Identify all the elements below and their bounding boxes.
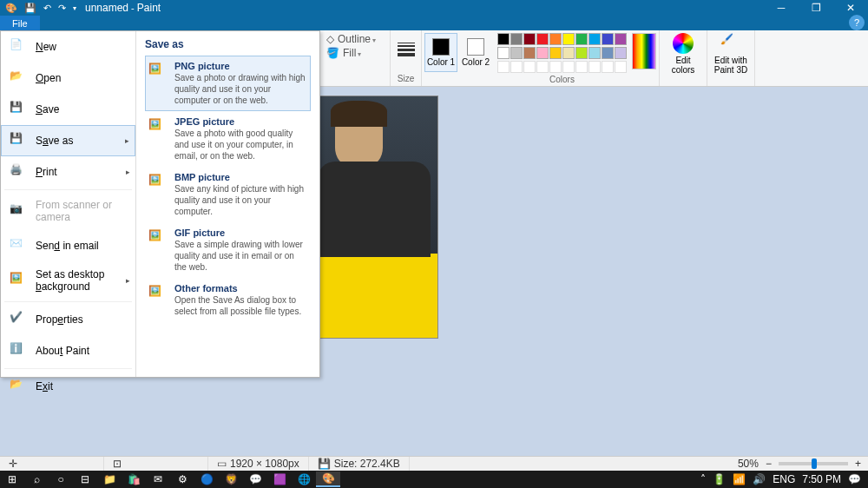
color-swatch[interactable]: [615, 47, 627, 59]
filemenu-open[interactable]: 📂Open: [1, 63, 135, 94]
color-swatch[interactable]: [510, 33, 523, 45]
volume-icon[interactable]: 🔊: [753, 473, 766, 485]
brave-icon[interactable]: 🦁: [219, 471, 243, 488]
discord-icon[interactable]: 💬: [243, 471, 267, 488]
custom-swatch[interactable]: [523, 61, 536, 73]
clock[interactable]: 7:50 PM: [802, 473, 841, 485]
color-swatch[interactable]: [523, 47, 536, 59]
filemenu-save-as[interactable]: 💾Save as▸: [1, 125, 135, 156]
window-title: unnamed - Paint: [85, 2, 161, 14]
titlebar: 🎨 💾 ↶ ↷ ▾ unnamed - Paint ─ ❐ ✕: [0, 0, 868, 16]
custom-swatch[interactable]: [510, 61, 523, 73]
filemenu-set-as-desktop-background[interactable]: 🖼️Set as desktop background▸: [1, 261, 135, 300]
wifi-icon[interactable]: 📶: [733, 473, 746, 485]
file-menu: 📄New📂Open💾Save💾Save as▸🖨️Print▸📷From sca…: [0, 30, 320, 378]
zoom-out-button[interactable]: −: [766, 458, 772, 470]
minimize-button[interactable]: ─: [764, 0, 799, 16]
custom-swatch[interactable]: [589, 61, 601, 73]
color1-button[interactable]: Color 1: [424, 33, 457, 72]
color-spectrum[interactable]: [632, 33, 656, 69]
custom-swatch[interactable]: [602, 61, 614, 73]
chrome-icon[interactable]: 🔵: [194, 471, 219, 488]
color-swatch[interactable]: [536, 33, 549, 45]
taskview-button[interactable]: ⊟: [73, 471, 97, 488]
file-size: 💾 Size: 272.4KB: [309, 457, 410, 471]
saveas-other[interactable]: 🖼️Other formatsOpen the Save As dialog b…: [145, 278, 311, 322]
color-swatch[interactable]: [562, 47, 575, 59]
cortana-button[interactable]: ○: [49, 471, 73, 488]
start-button[interactable]: ⊞: [0, 471, 24, 488]
battery-icon[interactable]: 🔋: [713, 473, 726, 485]
color-swatch[interactable]: [602, 47, 614, 59]
custom-swatch[interactable]: [549, 61, 562, 73]
filemenu-properties[interactable]: ✔️Properties: [1, 304, 135, 335]
app-icon[interactable]: 🟪: [267, 471, 292, 488]
color-swatch[interactable]: [497, 47, 510, 59]
qat-dropdown[interactable]: ▾: [73, 4, 76, 12]
paint-task-icon[interactable]: 🎨: [316, 472, 340, 487]
saveas-gif[interactable]: 🖼️GIF pictureSave a simple drawing with …: [145, 222, 311, 278]
edit-colors-button[interactable]: Edit colors: [665, 33, 701, 75]
saveas-bmp[interactable]: 🖼️BMP pictureSave any kind of picture wi…: [145, 167, 311, 222]
filemenu-send-in-email[interactable]: ✉️Send in email: [1, 230, 135, 261]
selection-size: ⊡: [104, 457, 208, 471]
tray-chevron[interactable]: ˄: [700, 473, 706, 485]
custom-swatch[interactable]: [575, 61, 588, 73]
filemenu-print[interactable]: 🖨️Print▸: [1, 156, 135, 188]
color-swatch[interactable]: [549, 33, 562, 45]
help-icon[interactable]: ?: [849, 15, 865, 30]
color-swatch[interactable]: [536, 47, 549, 59]
color-palette[interactable]: [497, 33, 627, 73]
redo-icon[interactable]: ↷: [58, 3, 66, 14]
color-swatch[interactable]: [510, 47, 523, 59]
image-dims: ▭ 1920 × 1080px: [208, 457, 309, 471]
paint-icon: 🎨: [5, 3, 17, 14]
color-swatch[interactable]: [575, 33, 588, 45]
zoom-level: 50%: [738, 458, 759, 470]
taskbar: ⊞ ⌕ ○ ⊟ 📁 🛍️ ✉ ⚙ 🔵 🦁 💬 🟪 🌐 🎨 ˄ 🔋 📶 🔊 ENG…: [0, 471, 868, 488]
statusbar: ✛ ⊡ ▭ 1920 × 1080px 💾 Size: 272.4KB 50% …: [0, 456, 868, 471]
color-swatch[interactable]: [589, 47, 601, 59]
custom-swatch[interactable]: [615, 61, 627, 73]
settings-icon[interactable]: ⚙: [170, 471, 194, 488]
filemenu-about-paint[interactable]: ℹ️About Paint: [1, 335, 135, 366]
color2-button[interactable]: Color 2: [459, 33, 492, 72]
save-icon[interactable]: 💾: [24, 3, 36, 14]
color-swatch[interactable]: [523, 33, 536, 45]
zoom-in-button[interactable]: +: [855, 458, 861, 470]
filemenu-from-scanner-or-camera: 📷From scanner or camera: [1, 192, 135, 230]
ribbon-tabs: File ?: [0, 16, 868, 30]
color-swatch[interactable]: [615, 33, 627, 45]
fill-dropdown[interactable]: 🪣Fill: [326, 47, 385, 59]
color-swatch[interactable]: [589, 33, 601, 45]
color-swatch[interactable]: [602, 33, 614, 45]
file-tab[interactable]: File: [0, 16, 40, 30]
custom-swatch[interactable]: [562, 61, 575, 73]
color-swatch[interactable]: [497, 33, 510, 45]
color-swatch[interactable]: [575, 47, 588, 59]
outline-dropdown[interactable]: ◇Outline: [326, 33, 385, 45]
custom-swatch[interactable]: [536, 61, 549, 73]
saveas-png[interactable]: 🖼️PNG pictureSave a photo or drawing wit…: [145, 56, 311, 111]
maximize-button[interactable]: ❐: [799, 0, 833, 16]
mail-icon[interactable]: ✉: [146, 471, 170, 488]
close-button[interactable]: ✕: [833, 0, 868, 16]
zoom-slider[interactable]: [779, 462, 848, 465]
edge-icon[interactable]: 🌐: [292, 471, 316, 488]
size-dropdown[interactable]: [394, 33, 418, 66]
filemenu-new[interactable]: 📄New: [1, 31, 135, 63]
saveas-jpeg[interactable]: 🖼️JPEG pictureSave a photo with good qua…: [145, 111, 311, 167]
undo-icon[interactable]: ↶: [43, 3, 51, 14]
language-indicator[interactable]: ENG: [773, 473, 795, 485]
notifications-icon[interactable]: 💬: [848, 473, 861, 485]
color-swatch[interactable]: [562, 33, 575, 45]
search-button[interactable]: ⌕: [24, 471, 49, 488]
color-swatch[interactable]: [549, 47, 562, 59]
quick-access-toolbar: 🎨 💾 ↶ ↷ ▾: [0, 3, 82, 14]
explorer-icon[interactable]: 📁: [97, 471, 122, 488]
filemenu-save[interactable]: 💾Save: [1, 94, 135, 125]
custom-swatch[interactable]: [497, 61, 510, 73]
filemenu-exit[interactable]: 📂Exit: [1, 371, 135, 402]
store-icon[interactable]: 🛍️: [122, 471, 146, 488]
paint3d-button[interactable]: 🖌️ Edit with Paint 3D: [713, 33, 749, 75]
